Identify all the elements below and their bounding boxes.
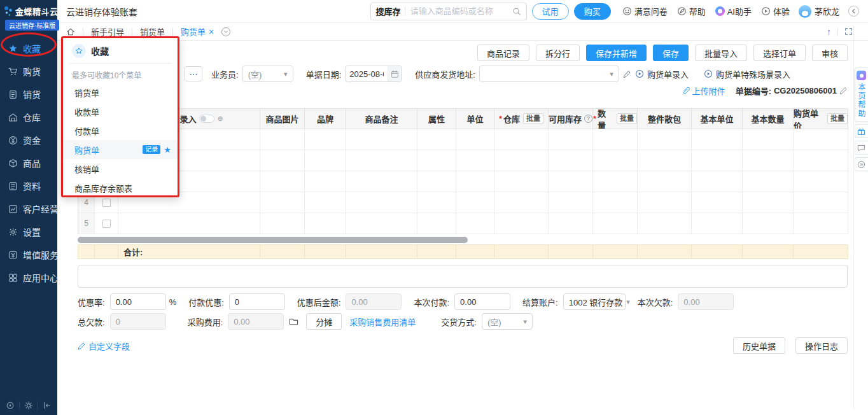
table-cell[interactable]: [494, 192, 549, 213]
sidebar-item-customer[interactable]: 客户经营: [0, 197, 57, 220]
help-link[interactable]: 帮助: [677, 5, 706, 17]
table-cell[interactable]: [593, 129, 638, 150]
table-cell[interactable]: [346, 129, 417, 150]
table-cell[interactable]: [549, 129, 593, 150]
table-cell[interactable]: [417, 171, 456, 192]
table-cell[interactable]: [549, 192, 593, 213]
table-cell[interactable]: [260, 192, 305, 213]
scrollbar-thumb[interactable]: [78, 237, 468, 243]
table-cell[interactable]: [260, 213, 305, 234]
table-cell[interactable]: [456, 150, 494, 171]
bill-date-input[interactable]: [346, 69, 388, 79]
upload-attachment-link[interactable]: 上传附件: [682, 85, 725, 97]
ai-helper-icon[interactable]: [857, 71, 866, 80]
table-cell[interactable]: [494, 171, 549, 192]
table-cell[interactable]: [494, 129, 549, 150]
tabs-dropdown-button[interactable]: [221, 27, 230, 36]
warehouse-batch-button[interactable]: 批量: [523, 113, 543, 124]
discount-rate-input[interactable]: [110, 293, 166, 310]
home-tab[interactable]: [66, 27, 75, 36]
table-cell[interactable]: [743, 150, 794, 171]
table-cell[interactable]: [743, 192, 794, 213]
favorite-item-payment[interactable]: 付款单: [63, 121, 178, 140]
edit-address-icon[interactable]: [623, 70, 631, 78]
search-input[interactable]: [405, 6, 508, 16]
feedback-button[interactable]: [855, 141, 868, 155]
sidebar-item-app-center[interactable]: 应用中心: [0, 266, 57, 289]
table-cell[interactable]: [346, 150, 417, 171]
history-button[interactable]: 历史单据: [733, 337, 785, 354]
table-cell[interactable]: [743, 171, 794, 192]
payment-input[interactable]: [454, 293, 510, 310]
ai-assistant-link[interactable]: AI助手: [715, 5, 752, 17]
column-settings-icon[interactable]: [217, 115, 223, 123]
table-cell[interactable]: [638, 171, 692, 192]
custom-fields-link[interactable]: 自定义字段: [78, 340, 130, 352]
split-row-button[interactable]: 拆分行: [536, 45, 580, 61]
save-button[interactable]: 保存: [653, 45, 689, 61]
table-cell[interactable]: [638, 150, 692, 171]
split-fee-button[interactable]: 分摊: [306, 313, 342, 330]
product-record-button[interactable]: 商品记录: [477, 45, 529, 61]
row-select-cell[interactable]: [95, 213, 118, 234]
record-badge[interactable]: 记录: [143, 145, 160, 154]
calendar-icon[interactable]: [388, 66, 402, 81]
fullscreen-icon[interactable]: [844, 27, 853, 36]
table-cell[interactable]: [692, 192, 743, 213]
sidebar-item-goods[interactable]: 商品: [0, 151, 57, 174]
sidebar-item-purchase[interactable]: 购货: [0, 60, 57, 83]
tab-close-icon[interactable]: [209, 27, 214, 37]
table-cell[interactable]: [417, 150, 456, 171]
sidebar-item-funds[interactable]: 资金: [0, 129, 57, 151]
table-cell[interactable]: [692, 150, 743, 171]
table-cell[interactable]: [549, 213, 593, 234]
table-cell[interactable]: [638, 192, 692, 213]
table-cell[interactable]: [305, 171, 346, 192]
search-icon[interactable]: [512, 7, 521, 16]
sidebar-item-data[interactable]: 资料: [0, 174, 57, 197]
table-cell[interactable]: [692, 171, 743, 192]
edit-bill-number-icon[interactable]: [839, 87, 848, 95]
table-cell[interactable]: [593, 192, 638, 213]
table-cell[interactable]: [456, 129, 494, 150]
table-cell[interactable]: [638, 129, 692, 150]
favorite-item-sales-order[interactable]: 销货单: [63, 83, 178, 102]
table-cell[interactable]: [794, 213, 848, 234]
table-cell[interactable]: [456, 213, 494, 234]
table-cell[interactable]: [692, 213, 743, 234]
table-cell[interactable]: [638, 213, 692, 234]
scroll-top-button[interactable]: [827, 27, 831, 37]
select-order-button[interactable]: 选择订单: [753, 45, 806, 61]
sidebar-item-settings[interactable]: 设置: [0, 220, 57, 243]
table-cell[interactable]: [549, 171, 593, 192]
table-cell[interactable]: [417, 213, 456, 234]
quantity-batch-button[interactable]: 批量: [617, 113, 637, 124]
scanner-toggle[interactable]: [199, 115, 214, 123]
experience-link[interactable]: 体验: [761, 5, 790, 17]
collapse-topbar-button[interactable]: [848, 6, 859, 17]
sidebar-item-sales[interactable]: 销货: [0, 83, 57, 106]
table-cell[interactable]: [593, 213, 638, 234]
table-cell[interactable]: [118, 213, 260, 234]
delivery-method-select[interactable]: (空): [482, 313, 533, 330]
page-help-label[interactable]: 本页帮助: [856, 83, 867, 118]
table-cell[interactable]: [260, 129, 305, 150]
table-cell[interactable]: [417, 129, 456, 150]
tab-purchase-order[interactable]: 购货单: [181, 25, 214, 38]
table-cell[interactable]: [794, 129, 848, 150]
table-cell[interactable]: [305, 150, 346, 171]
salesman-select[interactable]: (空): [242, 66, 293, 82]
collapse-sidebar-icon[interactable]: [43, 401, 52, 410]
table-cell[interactable]: [260, 171, 305, 192]
row-checkbox[interactable]: [102, 199, 111, 207]
table-cell[interactable]: [346, 192, 417, 213]
price-batch-button[interactable]: 批量: [827, 113, 848, 124]
product-search[interactable]: 搜库存: [370, 3, 527, 20]
favorite-item-stock-balance[interactable]: 商品库存余额表: [63, 178, 178, 197]
audit-button[interactable]: 审核: [812, 45, 848, 61]
sidebar-item-warehouse[interactable]: 仓库: [0, 106, 57, 129]
table-cell[interactable]: [549, 150, 593, 171]
buy-button[interactable]: 购买: [574, 3, 611, 20]
page-help-widget[interactable]: 本页帮助: [855, 67, 868, 122]
batch-import-button[interactable]: 批量导入: [695, 45, 747, 61]
